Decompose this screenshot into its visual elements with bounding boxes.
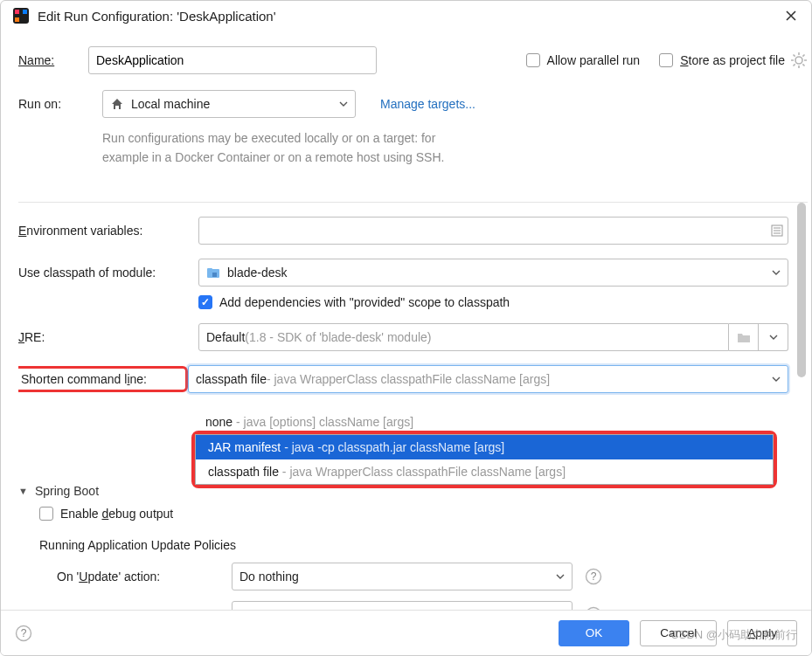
name-label: Name: xyxy=(18,53,88,67)
shorten-row: Shorten command line: classpath file - j… xyxy=(18,365,808,393)
runon-hint: Run configurations may be executed local… xyxy=(102,128,808,168)
shorten-value-hint: - java WrapperClass classpathFile classN… xyxy=(267,372,550,386)
name-row: Name: Allow parallel run Store as projec… xyxy=(18,46,808,74)
jre-label: JRE: xyxy=(18,327,198,348)
on-update-label: On 'Update' action: xyxy=(57,570,232,583)
svg-rect-1 xyxy=(15,10,19,14)
allow-parallel-checkbox[interactable]: Allow parallel run xyxy=(526,53,641,67)
module-icon xyxy=(206,266,220,280)
enable-debug-checkbox[interactable]: Enable debug output xyxy=(39,507,808,521)
svg-rect-3 xyxy=(23,10,27,14)
svg-text:?: ? xyxy=(21,627,27,639)
checkbox-icon xyxy=(198,295,212,309)
ok-button[interactable]: OK xyxy=(559,620,630,646)
checkbox-icon xyxy=(659,53,673,67)
jre-hint: (1.8 - SDK of 'blade-desk' module) xyxy=(245,330,431,344)
on-update-row: On 'Update' action: Do nothing ? xyxy=(57,563,808,590)
chevron-down-icon xyxy=(556,572,565,581)
scrollbar[interactable] xyxy=(795,203,808,610)
footer: ? OK Cancel Apply xyxy=(1,610,811,655)
classpath-label: Use classpath of module: xyxy=(18,262,198,283)
allow-parallel-label: Allow parallel run xyxy=(547,53,641,67)
chevron-down-icon xyxy=(772,375,781,383)
classpath-value: blade-desk xyxy=(227,266,288,280)
form-area: Environment variables: Use classpath of … xyxy=(18,202,808,610)
cancel-button[interactable]: Cancel xyxy=(640,620,717,646)
chevron-down-icon xyxy=(769,333,778,342)
close-icon[interactable] xyxy=(783,8,799,24)
springboot-title: Spring Boot xyxy=(35,484,99,498)
jre-row: JRE: Default (1.8 - SDK of 'blade-desk' … xyxy=(18,323,808,351)
svg-rect-19 xyxy=(212,273,217,277)
name-input[interactable] xyxy=(88,46,377,74)
jre-browse-button[interactable] xyxy=(729,323,759,351)
chevron-down-icon xyxy=(772,268,781,277)
help-icon[interactable]: ? xyxy=(585,568,602,585)
runon-value: Local machine xyxy=(131,97,210,111)
jre-value: Default xyxy=(206,330,245,344)
store-as-file-label: Store as project file xyxy=(680,53,785,67)
on-frame-dropdown[interactable]: Do nothing xyxy=(232,601,573,610)
shorten-option-none[interactable]: none - java [options] className [args] xyxy=(205,415,765,429)
svg-rect-18 xyxy=(207,268,212,271)
gear-icon[interactable] xyxy=(790,52,808,69)
svg-line-11 xyxy=(794,64,795,66)
manage-targets-link[interactable]: Manage targets... xyxy=(380,97,475,111)
shorten-value: classpath file xyxy=(196,372,267,386)
jre-caret-button[interactable] xyxy=(759,323,788,351)
chevron-down-icon xyxy=(339,100,348,108)
svg-rect-2 xyxy=(15,17,19,22)
app-icon xyxy=(13,8,29,24)
folder-open-icon xyxy=(737,331,751,343)
svg-point-4 xyxy=(795,57,802,64)
env-row: Environment variables: xyxy=(18,217,808,245)
shorten-label: Shorten command line: xyxy=(18,366,188,392)
shorten-option-classpath[interactable]: classpath file - java WrapperClass class… xyxy=(196,459,773,484)
list-icon[interactable] xyxy=(770,224,784,238)
shorten-popup: JAR manifest - java -cp classpath.jar cl… xyxy=(191,431,777,488)
provided-deps-checkbox[interactable]: Add dependencies with "provided" scope t… xyxy=(198,295,510,309)
env-input[interactable] xyxy=(198,217,788,245)
checkbox-icon xyxy=(526,53,540,67)
classpath-row: Use classpath of module: blade-desk xyxy=(18,259,808,287)
runon-dropdown[interactable]: Local machine xyxy=(102,90,356,118)
store-as-file-checkbox[interactable]: Store as project file xyxy=(659,53,785,67)
shorten-dropdown[interactable]: classpath file - java WrapperClass class… xyxy=(188,365,788,393)
on-update-dropdown[interactable]: Do nothing xyxy=(232,563,573,590)
svg-text:?: ? xyxy=(591,570,597,583)
env-label: Environment variables: xyxy=(18,220,198,241)
svg-line-10 xyxy=(802,64,804,66)
policies-title: Running Application Update Policies xyxy=(39,538,808,552)
deps-row: Add dependencies with "provided" scope t… xyxy=(18,295,808,309)
chevron-down-icon: ▼ xyxy=(18,486,28,496)
provided-deps-label: Add dependencies with "provided" scope t… xyxy=(219,295,510,309)
scroll-thumb[interactable] xyxy=(797,203,806,377)
help-icon[interactable]: ? xyxy=(15,625,32,642)
home-icon xyxy=(110,97,124,111)
shorten-option-jar[interactable]: JAR manifest - java -cp classpath.jar cl… xyxy=(196,435,773,459)
checkbox-icon xyxy=(39,507,53,521)
jre-dropdown[interactable]: Default (1.8 - SDK of 'blade-desk' modul… xyxy=(198,323,729,351)
runon-label: Run on: xyxy=(18,97,78,111)
svg-line-12 xyxy=(802,55,804,57)
on-update-value: Do nothing xyxy=(239,570,299,583)
apply-button[interactable]: Apply xyxy=(727,620,797,646)
on-frame-row: On frame deactivation: Do nothing ? xyxy=(57,601,808,610)
window-title: Edit Run Configuration: 'DeskApplication… xyxy=(38,9,783,24)
svg-line-9 xyxy=(794,55,795,57)
runon-row: Run on: Local machine Manage targets... xyxy=(18,90,808,118)
content: Name: Allow parallel run Store as projec… xyxy=(1,38,811,610)
classpath-dropdown[interactable]: blade-desk xyxy=(198,259,788,287)
enable-debug-label: Enable debug output xyxy=(60,507,173,521)
titlebar: Edit Run Configuration: 'DeskApplication… xyxy=(1,1,811,31)
